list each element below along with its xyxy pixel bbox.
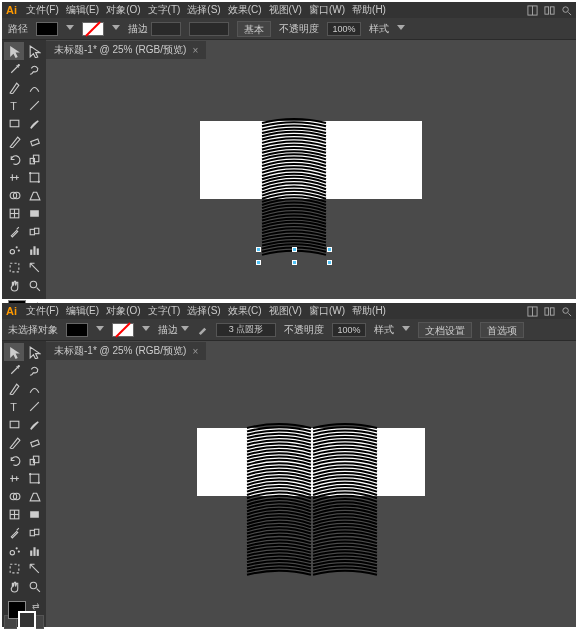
search-icon[interactable] xyxy=(561,5,572,16)
menu-view[interactable]: 视图(V) xyxy=(267,3,304,17)
menu-window[interactable]: 窗口(W) xyxy=(307,304,347,318)
tool-symbol-spray[interactable] xyxy=(4,541,24,559)
tool-paintbrush[interactable] xyxy=(24,415,44,433)
tool-curvature[interactable] xyxy=(24,78,44,96)
tool-eraser[interactable] xyxy=(24,132,44,150)
tool-line[interactable] xyxy=(24,96,44,114)
tool-blend[interactable] xyxy=(24,222,44,240)
tool-eyedropper[interactable] xyxy=(4,523,24,541)
arrange-icon[interactable] xyxy=(544,5,555,16)
tool-type[interactable]: T xyxy=(4,96,24,114)
tool-artboard[interactable] xyxy=(4,258,24,276)
menu-edit[interactable]: 编辑(E) xyxy=(64,3,101,17)
menu-effect[interactable]: 效果(C) xyxy=(226,304,264,318)
document-tab[interactable]: 未标题-1* @ 25% (RGB/预览) × xyxy=(46,41,206,59)
tool-column-graph[interactable] xyxy=(24,240,44,258)
tool-free-transform[interactable] xyxy=(24,168,44,186)
tool-lasso[interactable] xyxy=(24,361,44,379)
tool-type[interactable]: T xyxy=(4,397,24,415)
close-icon[interactable]: × xyxy=(192,45,198,56)
tool-pencil[interactable] xyxy=(4,132,24,150)
close-icon[interactable]: × xyxy=(192,346,198,357)
tool-lasso[interactable] xyxy=(24,60,44,78)
tool-line[interactable] xyxy=(24,397,44,415)
tool-selection[interactable] xyxy=(4,343,24,361)
tool-perspective[interactable] xyxy=(24,487,44,505)
menu-view[interactable]: 视图(V) xyxy=(267,304,304,318)
tool-symbol-spray[interactable] xyxy=(4,240,24,258)
stroke-swatch[interactable] xyxy=(82,22,104,36)
fill-swatch[interactable] xyxy=(66,323,88,337)
swap-colors-icon[interactable]: ⇄ xyxy=(32,601,40,611)
style-dropdown-icon[interactable] xyxy=(402,326,410,334)
color-picker[interactable]: ⇄ xyxy=(4,599,44,629)
tool-direct-sel[interactable] xyxy=(24,42,44,60)
menu-edit[interactable]: 编辑(E) xyxy=(64,304,101,318)
menu-effect[interactable]: 效果(C) xyxy=(226,3,264,17)
tool-perspective[interactable] xyxy=(24,186,44,204)
tool-paintbrush[interactable] xyxy=(24,114,44,132)
menu-select[interactable]: 选择(S) xyxy=(185,3,222,17)
tool-pen[interactable] xyxy=(4,379,24,397)
brush-icon[interactable] xyxy=(197,324,208,335)
tool-magic-wand[interactable] xyxy=(4,60,24,78)
tool-hand[interactable] xyxy=(4,276,24,294)
stroke-swatch[interactable] xyxy=(112,323,134,337)
tool-rectangle[interactable] xyxy=(4,415,24,433)
blend-object-left[interactable] xyxy=(245,422,313,582)
stroke-weight-dropdown-icon[interactable] xyxy=(181,326,189,334)
blend-object-right[interactable] xyxy=(311,422,379,582)
tool-pen[interactable] xyxy=(4,78,24,96)
tool-slice[interactable] xyxy=(24,258,44,276)
menu-object[interactable]: 对象(O) xyxy=(104,304,142,318)
fill-dropdown-icon[interactable] xyxy=(96,326,104,334)
tool-free-transform[interactable] xyxy=(24,469,44,487)
menu-help[interactable]: 帮助(H) xyxy=(350,304,388,318)
tool-blend[interactable] xyxy=(24,523,44,541)
blend-object[interactable] xyxy=(260,117,328,262)
basic-appearance-button[interactable]: 基本 xyxy=(237,21,271,37)
tool-zoom[interactable] xyxy=(24,276,44,294)
fill-swatch[interactable] xyxy=(36,22,58,36)
arrange-icon[interactable] xyxy=(544,306,555,317)
stroke-weight-input[interactable] xyxy=(151,22,181,36)
menu-window[interactable]: 窗口(W) xyxy=(307,3,347,17)
handle-tl[interactable] xyxy=(256,247,261,252)
tool-mesh[interactable] xyxy=(4,204,24,222)
fill-dropdown-icon[interactable] xyxy=(66,25,74,33)
tool-shape-builder[interactable] xyxy=(4,487,24,505)
tool-mesh[interactable] xyxy=(4,505,24,523)
tool-rotate[interactable] xyxy=(4,451,24,469)
stroke-color[interactable] xyxy=(18,611,36,629)
opacity-input[interactable] xyxy=(327,22,361,36)
layout-icon[interactable] xyxy=(527,5,538,16)
tool-width[interactable] xyxy=(4,469,24,487)
tool-rotate[interactable] xyxy=(4,150,24,168)
tool-eraser[interactable] xyxy=(24,433,44,451)
tool-pencil[interactable] xyxy=(4,433,24,451)
tool-hand[interactable] xyxy=(4,577,24,595)
layout-icon[interactable] xyxy=(527,306,538,317)
tool-zoom[interactable] xyxy=(24,577,44,595)
handle-br[interactable] xyxy=(327,260,332,265)
handle-tc[interactable] xyxy=(292,247,297,252)
doc-setup-button[interactable]: 文档设置 xyxy=(418,322,472,338)
opacity-input[interactable] xyxy=(332,323,366,337)
handle-bc[interactable] xyxy=(292,260,297,265)
stroke-dropdown-icon[interactable] xyxy=(112,25,120,33)
tool-direct-sel[interactable] xyxy=(24,343,44,361)
menu-help[interactable]: 帮助(H) xyxy=(350,3,388,17)
menu-file[interactable]: 文件(F) xyxy=(24,3,61,17)
menu-type[interactable]: 文字(T) xyxy=(146,304,183,318)
tool-magic-wand[interactable] xyxy=(4,361,24,379)
handle-bl[interactable] xyxy=(256,260,261,265)
tool-gradient[interactable] xyxy=(24,505,44,523)
search-icon[interactable] xyxy=(561,306,572,317)
prefs-button[interactable]: 首选项 xyxy=(480,322,524,338)
brush-def-input[interactable] xyxy=(216,323,276,337)
handle-tr[interactable] xyxy=(327,247,332,252)
canvas-workspace[interactable] xyxy=(46,361,576,627)
tool-selection[interactable] xyxy=(4,42,24,60)
tool-scale[interactable] xyxy=(24,150,44,168)
tool-slice[interactable] xyxy=(24,559,44,577)
